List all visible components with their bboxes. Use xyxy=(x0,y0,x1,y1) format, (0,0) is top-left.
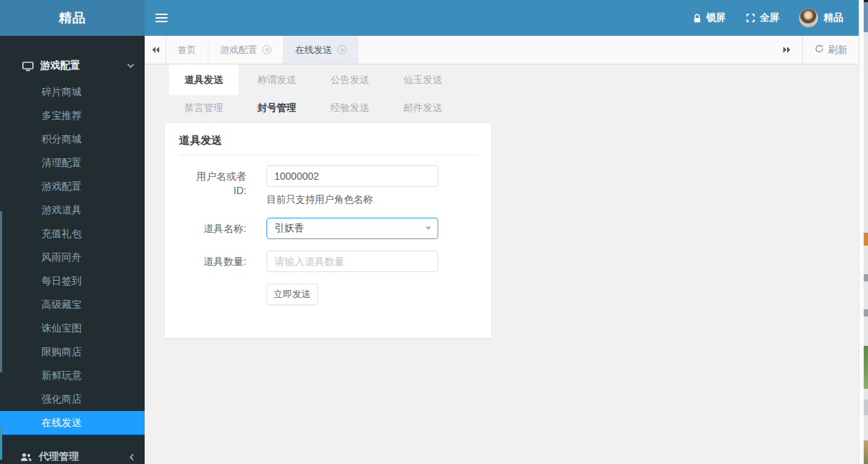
sidebar-item-enhance-shop[interactable]: 强化商店 xyxy=(0,387,145,411)
refresh-icon xyxy=(814,44,824,56)
item-name-select-value: 引妖香 xyxy=(274,222,304,235)
sidebar-item-game-items[interactable]: 游戏道具 xyxy=(0,198,145,222)
sidebar-item-fragment-mall[interactable]: 碎片商城 xyxy=(0,80,145,104)
lock-screen-button[interactable]: 锁屏 xyxy=(683,0,736,36)
tabs-scroll-left-button[interactable] xyxy=(145,36,166,64)
username-input[interactable] xyxy=(266,165,438,187)
page-tab-online-send-label: 在线发送 xyxy=(295,44,332,57)
double-right-icon xyxy=(782,46,792,54)
fullscreen-button[interactable]: 全屏 xyxy=(736,0,789,36)
sidebar-item-online-send[interactable]: 在线发送 xyxy=(0,411,145,435)
sidebar-item-fresh-stuff[interactable]: 新鲜玩意 xyxy=(0,364,145,387)
app-logo-text: 精品 xyxy=(59,9,86,26)
send-now-button[interactable]: 立即发送 xyxy=(266,284,318,305)
tab-mute-manage[interactable]: 禁言管理 xyxy=(169,95,238,123)
desktop-artifact xyxy=(864,400,868,415)
fullscreen-icon xyxy=(746,13,756,23)
sidebar-item-points-mall[interactable]: 积分商城 xyxy=(0,127,145,151)
tab-notice-send[interactable]: 公告发送 xyxy=(315,64,385,95)
content-tabs: 道具发送 称谓发送 公告发送 仙玉发送 禁言管理 封号管理 经验发送 邮件发送 xyxy=(169,64,461,123)
tab-close-icon[interactable] xyxy=(262,45,271,54)
sidebar-toggle-button[interactable] xyxy=(145,0,178,36)
desktop-artifact xyxy=(864,233,868,246)
tabs-scroll-right-button[interactable] xyxy=(772,36,802,64)
sidebar-item-fengyu-tongzhou[interactable]: 风雨同舟 xyxy=(0,246,145,269)
sidebar-item-game-config[interactable]: 游戏配置 xyxy=(0,175,145,198)
sidebar-item-limited-shop[interactable]: 限购商店 xyxy=(0,340,145,364)
page-tabbar: 首页 游戏配置 在线发送 刷新 xyxy=(145,36,859,64)
users-icon xyxy=(20,453,32,462)
desktop-artifact xyxy=(864,309,868,316)
desktop-artifact xyxy=(864,440,868,464)
lock-icon xyxy=(693,13,702,24)
user-avatar xyxy=(799,9,818,27)
tab-mail-send[interactable]: 邮件发送 xyxy=(388,95,458,123)
item-send-panel: 道具发送 用户名或者ID: 目前只支持用户角色名称 道具名称: 引妖香 xyxy=(165,123,491,338)
item-qty-field-label: 道具数量: xyxy=(192,251,246,272)
app-logo[interactable]: 精品 xyxy=(0,0,145,36)
hamburger-icon xyxy=(155,11,168,24)
item-qty-input[interactable] xyxy=(266,251,438,272)
sidebar-item-advanced-treasure[interactable]: 高级藏宝 xyxy=(0,293,145,316)
desktop-edge-artifacts xyxy=(864,0,868,464)
sidebar-item-duobao-recommend[interactable]: 多宝推荐 xyxy=(0,104,145,127)
sidebar-item-cleanup-config[interactable]: 清理配置 xyxy=(0,151,145,175)
sidebar-group-label: 游戏配置 xyxy=(40,59,80,72)
item-send-form: 用户名或者ID: 目前只支持用户角色名称 道具名称: 引妖香 xyxy=(165,165,491,305)
sidebar-item-daily-signin[interactable]: 每日签到 xyxy=(0,269,145,293)
monitor-icon xyxy=(22,61,34,72)
refresh-label: 刷新 xyxy=(828,44,847,57)
content-area: 道具发送 称谓发送 公告发送 仙玉发送 禁言管理 封号管理 经验发送 邮件发送 … xyxy=(145,64,859,464)
page-tab-game-config-label: 游戏配置 xyxy=(220,44,257,57)
chevron-down-icon xyxy=(127,63,135,69)
desktop-artifact xyxy=(864,346,868,389)
desktop-artifact xyxy=(864,2,868,32)
tab-xianyu-send[interactable]: 仙玉发送 xyxy=(388,64,458,95)
tab-item-send[interactable]: 道具发送 xyxy=(169,64,238,95)
desktop-artifact xyxy=(864,274,868,281)
page-tab-online-send[interactable]: 在线发送 xyxy=(284,36,359,64)
refresh-button[interactable]: 刷新 xyxy=(802,36,859,64)
sidebar-group-agent-manage[interactable]: 代理管理 xyxy=(0,443,145,464)
top-header: 锁屏 全屏 精品 xyxy=(145,0,859,36)
page-tab-home[interactable]: 首页 xyxy=(166,36,208,64)
user-menu[interactable]: 精品 xyxy=(789,0,859,36)
sidebar-item-recharge-pack[interactable]: 充值礼包 xyxy=(0,222,145,246)
tab-ban-manage[interactable]: 封号管理 xyxy=(242,95,312,123)
tab-exp-send[interactable]: 经验发送 xyxy=(315,95,385,123)
lock-screen-label: 锁屏 xyxy=(706,11,725,24)
sidebar-agent-label: 代理管理 xyxy=(39,450,79,463)
page-scrollbar[interactable] xyxy=(859,0,864,464)
admin-app: 精品 锁屏 全屏 精品 xyxy=(0,0,868,464)
page-tab-game-config[interactable]: 游戏配置 xyxy=(208,36,284,64)
chevron-left-icon xyxy=(129,453,135,461)
header-right: 锁屏 全屏 精品 xyxy=(683,0,859,36)
item-name-field-label: 道具名称: xyxy=(192,218,246,239)
user-name: 精品 xyxy=(824,11,843,24)
fullscreen-label: 全屏 xyxy=(760,11,779,24)
item-name-select[interactable]: 引妖香 xyxy=(266,218,438,239)
username-field-label: 用户名或者ID: xyxy=(192,165,246,206)
tab-close-icon[interactable] xyxy=(337,45,347,54)
tab-title-send[interactable]: 称谓发送 xyxy=(242,64,312,95)
username-help-text: 目前只支持用户角色名称 xyxy=(266,193,438,206)
tabbar-right-controls: 刷新 xyxy=(772,36,859,64)
sidebar: 游戏配置 碎片商城 多宝推荐 积分商城 清理配置 游戏配置 游戏道具 充值礼包 … xyxy=(0,36,145,464)
page-tab-home-label: 首页 xyxy=(178,44,196,57)
sidebar-item-zhuxian-map[interactable]: 诛仙宝图 xyxy=(0,316,145,340)
panel-title: 道具发送 xyxy=(179,123,477,155)
select-caret-icon xyxy=(425,227,431,231)
double-left-icon xyxy=(150,46,160,54)
sidebar-group-game-config[interactable]: 游戏配置 xyxy=(0,52,145,80)
